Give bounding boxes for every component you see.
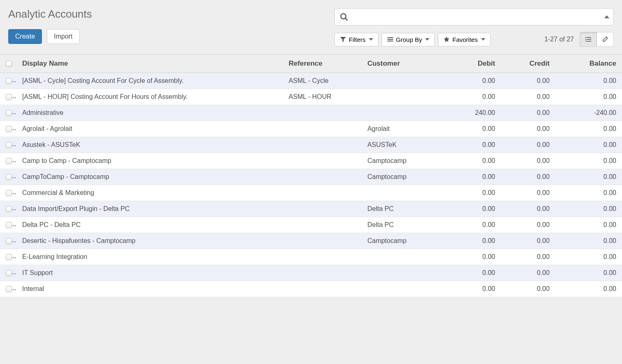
cell-debit: 0.00	[447, 249, 501, 265]
cell-reference	[283, 105, 362, 121]
cell-debit: 0.00	[447, 137, 501, 153]
row-checkbox[interactable]	[6, 286, 12, 292]
cell-balance: 0.00	[555, 249, 622, 265]
row-checkbox[interactable]	[6, 174, 12, 180]
row-checkbox[interactable]	[6, 94, 12, 100]
cell-reference	[283, 121, 362, 137]
cell-reference	[283, 137, 362, 153]
cell-reference	[283, 217, 362, 233]
row-checkbox[interactable]	[6, 158, 12, 164]
cell-credit: 0.00	[501, 73, 555, 89]
groupby-dropdown[interactable]: Group By	[382, 33, 435, 46]
table-row[interactable]: Desertic - Hispafuentes - CamptocampCamp…	[0, 233, 622, 249]
cell-balance: 0.00	[555, 233, 622, 249]
cell-customer: Delta PC	[362, 217, 446, 233]
row-checkbox[interactable]	[6, 206, 12, 212]
cell-customer	[362, 265, 446, 281]
cell-credit: 0.00	[501, 89, 555, 105]
table-row[interactable]: Asustek - ASUSTeKASUSTeK0.000.000.00	[0, 137, 622, 153]
table-row[interactable]: Administrative240.000.00-240.00	[0, 105, 622, 121]
cell-customer	[362, 185, 446, 201]
col-debit[interactable]: Debit	[447, 55, 501, 73]
filter-icon	[340, 36, 346, 43]
table-row[interactable]: [ASML - HOUR] Costing Account For Hours …	[0, 89, 622, 105]
view-switcher	[580, 32, 614, 47]
favorites-label: Favorites	[452, 36, 478, 43]
select-all-checkbox[interactable]	[6, 61, 12, 67]
create-button[interactable]: Create	[8, 29, 42, 44]
col-display-name[interactable]: Display Name	[16, 55, 283, 73]
cell-balance: 0.00	[555, 217, 622, 233]
table-row[interactable]: [ASML - Cycle] Costing Account For Cycle…	[0, 73, 622, 89]
cell-customer	[362, 105, 446, 121]
cell-customer: ASUSTeK	[362, 137, 446, 153]
cell-credit: 0.00	[501, 249, 555, 265]
svg-point-7	[585, 39, 587, 40]
svg-rect-6	[587, 37, 591, 38]
cell-reference	[283, 169, 362, 185]
caret-down-icon	[425, 38, 429, 41]
cell-debit: 0.00	[447, 281, 501, 297]
table-row[interactable]: E-Learning Integration0.000.000.00	[0, 249, 622, 265]
cell-reference	[283, 185, 362, 201]
cell-credit: 0.00	[501, 121, 555, 137]
page-title: Analytic Accounts	[8, 8, 131, 20]
star-icon	[443, 36, 450, 43]
cell-display-name: CampToCamp - Camptocamp	[16, 169, 283, 185]
filters-dropdown[interactable]: Filters	[334, 33, 378, 46]
col-credit[interactable]: Credit	[501, 55, 555, 73]
row-checkbox[interactable]	[6, 254, 12, 260]
cell-customer: Agrolait	[362, 121, 446, 137]
pager[interactable]: 1-27 of 27	[542, 36, 576, 43]
cell-display-name: E-Learning Integration	[16, 249, 283, 265]
row-checkbox[interactable]	[6, 142, 12, 148]
table-row[interactable]: Internal0.000.000.00	[0, 281, 622, 297]
cell-balance: 0.00	[555, 73, 622, 89]
view-list-button[interactable]	[580, 32, 597, 47]
table-header-row: Display Name Reference Customer Debit Cr…	[0, 55, 622, 73]
favorites-dropdown[interactable]: Favorites	[438, 33, 491, 46]
cell-display-name: Commercial & Marketing	[16, 185, 283, 201]
view-form-button[interactable]	[597, 32, 614, 47]
svg-point-9	[585, 41, 587, 42]
cell-display-name: [ASML - Cycle] Costing Account For Cycle…	[16, 73, 283, 89]
cell-balance: 0.00	[555, 153, 622, 169]
table-row[interactable]: Data Import/Export Plugin - Delta PCDelt…	[0, 201, 622, 217]
cell-reference	[283, 281, 362, 297]
cell-reference: ASML - HOUR	[283, 89, 362, 105]
table-row[interactable]: CampToCamp - CamptocampCamptocamp0.000.0…	[0, 169, 622, 185]
bars-icon	[387, 36, 394, 43]
cell-debit: 0.00	[447, 169, 501, 185]
search-view[interactable]	[334, 8, 614, 25]
row-checkbox[interactable]	[6, 78, 12, 84]
search-expand-icon[interactable]	[604, 16, 609, 18]
col-reference[interactable]: Reference	[283, 55, 362, 73]
table-row[interactable]: Commercial & Marketing0.000.000.00	[0, 185, 622, 201]
caret-down-icon	[369, 38, 373, 41]
cell-credit: 0.00	[501, 281, 555, 297]
row-checkbox[interactable]	[6, 222, 12, 228]
row-checkbox[interactable]	[6, 126, 12, 132]
row-checkbox[interactable]	[6, 270, 12, 276]
svg-point-0	[341, 14, 346, 19]
cell-reference	[283, 153, 362, 169]
search-input[interactable]	[352, 9, 601, 25]
table-row[interactable]: IT Support0.000.000.00	[0, 265, 622, 281]
col-customer[interactable]: Customer	[362, 55, 446, 73]
row-checkbox[interactable]	[6, 110, 12, 116]
caret-down-icon	[481, 38, 485, 41]
control-panel: Analytic Accounts Create Import Filters	[0, 0, 622, 54]
row-checkbox[interactable]	[6, 190, 12, 196]
cell-debit: 240.00	[447, 105, 501, 121]
cell-credit: 0.00	[501, 217, 555, 233]
cell-display-name: Administrative	[16, 105, 283, 121]
cell-display-name: Desertic - Hispafuentes - Camptocamp	[16, 233, 283, 249]
row-checkbox[interactable]	[6, 238, 12, 244]
table-row[interactable]: Camp to Camp - CamptocampCamptocamp0.000…	[0, 153, 622, 169]
table-row[interactable]: Delta PC - Delta PCDelta PC0.000.000.00	[0, 217, 622, 233]
list-view: Display Name Reference Customer Debit Cr…	[0, 54, 622, 297]
import-button[interactable]: Import	[47, 29, 79, 44]
col-balance[interactable]: Balance	[555, 55, 622, 73]
cell-debit: 0.00	[447, 153, 501, 169]
table-row[interactable]: Agrolait - AgrolaitAgrolait0.000.000.00	[0, 121, 622, 137]
